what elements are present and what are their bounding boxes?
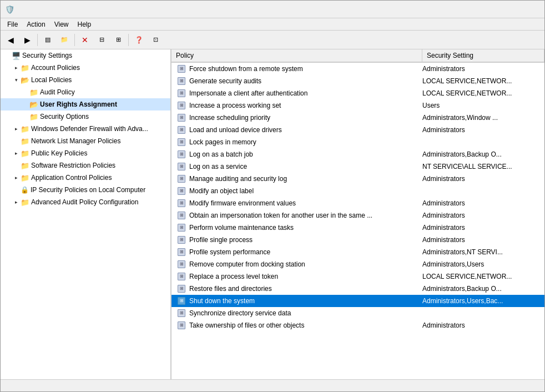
policy-name: Synchronize directory service data xyxy=(189,309,422,317)
tree-toggle-ip-security xyxy=(12,185,21,194)
tree-toggle-local-policies[interactable]: ▾ xyxy=(12,76,21,84)
tree-item-advanced-audit[interactable]: ▸📁Advanced Audit Policy Configuration xyxy=(1,196,170,208)
policy-name: Manage auditing and security log xyxy=(189,175,422,183)
tree-icon-user-rights: 📂 xyxy=(29,100,38,109)
minimize-button[interactable] xyxy=(461,1,487,18)
policy-name: Modify an object label xyxy=(189,187,422,195)
list-row[interactable]: ⊞Take ownership of files or other object… xyxy=(171,319,544,331)
menu-action[interactable]: Action xyxy=(22,19,49,29)
setting-column-header[interactable]: Security Setting xyxy=(422,49,544,62)
list-row[interactable]: ⊞Log on as a batch jobAdministrators,Bac… xyxy=(171,148,544,160)
properties-button[interactable]: ⊟ xyxy=(94,33,109,47)
tree-toggle-advanced-audit[interactable]: ▸ xyxy=(12,198,21,207)
policy-icon: ⊞ xyxy=(176,199,187,208)
policy-icon-img: ⊞ xyxy=(178,212,185,219)
tree-item-windows-firewall[interactable]: ▸📁Windows Defender Firewall with Adva... xyxy=(1,123,170,135)
delete-button[interactable]: ✕ xyxy=(77,33,93,47)
tree-icon-public-key: 📁 xyxy=(21,149,29,158)
security-setting: Administrators,NT SERVI... xyxy=(422,248,544,256)
policy-icon: ⊞ xyxy=(176,162,187,171)
policy-icon-img: ⊞ xyxy=(178,77,185,85)
tree-item-security-options[interactable]: 📁Security Options xyxy=(1,110,170,123)
menu-view[interactable]: View xyxy=(50,19,73,29)
tree-label-user-rights: User Rights Assignment xyxy=(40,100,117,108)
refresh-button[interactable]: ⊞ xyxy=(110,33,126,47)
list-row[interactable]: ⊞Restore files and directoriesAdministra… xyxy=(171,283,544,295)
tree-item-audit-policy[interactable]: 📁Audit Policy xyxy=(1,86,170,98)
forward-button[interactable]: ▶ xyxy=(19,33,35,47)
policy-icon-img: ⊞ xyxy=(178,114,185,122)
policy-icon: ⊞ xyxy=(176,309,187,318)
tree-label-software-restriction: Software Restriction Policies xyxy=(31,162,115,169)
toolbar-separator-2 xyxy=(74,34,75,46)
help-button[interactable]: ❓ xyxy=(131,33,147,47)
tree-item-ip-security[interactable]: 🔒IP Security Policies on Local Computer xyxy=(1,184,170,196)
tree-icon-security-options: 📁 xyxy=(29,113,38,121)
tree-toggle-windows-firewall[interactable]: ▸ xyxy=(12,124,21,133)
list-row[interactable]: ⊞Impersonate a client after authenticati… xyxy=(171,87,544,99)
tree-item-local-policies[interactable]: ▾📂Local Policies xyxy=(1,74,170,86)
policy-icon: ⊞ xyxy=(176,296,187,305)
list-row[interactable]: ⊞Manage auditing and security logAdminis… xyxy=(171,173,544,185)
list-row[interactable]: ⊞Remove computer from docking stationAdm… xyxy=(171,258,544,270)
tree-item-software-restriction[interactable]: 📁Software Restriction Policies xyxy=(1,159,170,172)
list-row[interactable]: ⊞Shut down the systemAdministrators,User… xyxy=(171,295,544,307)
policy-name: Lock pages in memory xyxy=(189,138,422,146)
security-setting: Administrators xyxy=(422,65,544,73)
list-row[interactable]: ⊞Modify firmware environment valuesAdmin… xyxy=(171,197,544,209)
list-row[interactable]: ⊞Load and unload device driversAdministr… xyxy=(171,124,544,136)
tree-item-security-settings[interactable]: 🖥️Security Settings xyxy=(1,49,170,62)
tree-label-windows-firewall: Windows Defender Firewall with Adva... xyxy=(31,125,148,133)
menu-help[interactable]: Help xyxy=(73,19,96,29)
list-row[interactable]: ⊞Modify an object label xyxy=(171,185,544,197)
policy-icon-img: ⊞ xyxy=(178,199,185,207)
security-setting: Administrators xyxy=(422,236,544,244)
tree-label-applocker: Application Control Policies xyxy=(31,174,112,182)
list-row[interactable]: ⊞Obtain an impersonation token for anoth… xyxy=(171,209,544,222)
list-row[interactable]: ⊞Synchronize directory service data xyxy=(171,307,544,319)
policy-icon: ⊞ xyxy=(176,150,187,159)
list-row[interactable]: ⊞Increase scheduling priorityAdministrat… xyxy=(171,112,544,124)
list-row[interactable]: ⊞Perform volume maintenance tasksAdminis… xyxy=(171,222,544,234)
tree-toggle-public-key[interactable]: ▸ xyxy=(12,149,21,158)
policy-name: Force shutdown from a remote system xyxy=(189,65,422,73)
security-setting: Administrators xyxy=(422,224,544,232)
tree-item-applocker[interactable]: ▸📁Application Control Policies xyxy=(1,172,170,184)
tree-icon-windows-firewall: 📁 xyxy=(21,125,29,133)
back-button[interactable]: ◀ xyxy=(3,33,18,47)
menu-file[interactable]: File xyxy=(3,19,22,29)
security-setting: Administrators,Window ... xyxy=(422,114,544,122)
left-panel: 🖥️Security Settings▸📁Account Policies▾📂L… xyxy=(1,49,171,379)
list-row[interactable]: ⊞Replace a process level tokenLOCAL SERV… xyxy=(171,270,544,283)
tree-toggle-account-policies[interactable]: ▸ xyxy=(12,63,21,72)
maximize-button[interactable] xyxy=(488,1,513,18)
list-row[interactable]: ⊞Log on as a serviceNT SERVICE\ALL SERVI… xyxy=(171,160,544,173)
tree-item-user-rights[interactable]: 📂User Rights Assignment xyxy=(1,98,170,110)
policy-icon: ⊞ xyxy=(176,235,187,244)
title-bar: 🛡️ xyxy=(1,1,544,18)
menu-bar: File Action View Help xyxy=(1,18,544,31)
up-folder[interactable]: 📁 xyxy=(57,33,72,47)
security-setting: Administrators,Backup O... xyxy=(422,285,544,293)
policy-column-header[interactable]: Policy xyxy=(171,49,422,62)
policy-icon: ⊞ xyxy=(176,89,187,98)
list-row[interactable]: ⊞Increase a process working setUsers xyxy=(171,99,544,112)
tree-view[interactable]: 🖥️Security Settings▸📁Account Policies▾📂L… xyxy=(1,49,170,379)
security-setting: Administrators xyxy=(422,212,544,219)
list-row[interactable]: ⊞Profile single processAdministrators xyxy=(171,234,544,246)
tree-item-public-key[interactable]: ▸📁Public Key Policies xyxy=(1,147,170,159)
list-body[interactable]: ⊞Force shutdown from a remote systemAdmi… xyxy=(171,63,544,379)
tree-item-account-policies[interactable]: ▸📁Account Policies xyxy=(1,62,170,74)
list-row[interactable]: ⊞Profile system performanceAdministrator… xyxy=(171,246,544,258)
policy-icon-img: ⊞ xyxy=(178,273,185,280)
list-row[interactable]: ⊞Generate security auditsLOCAL SERVICE,N… xyxy=(171,75,544,87)
tree-icon-advanced-audit: 📁 xyxy=(21,198,29,207)
security-setting: Administrators xyxy=(422,175,544,183)
tree-toggle-applocker[interactable]: ▸ xyxy=(12,173,21,182)
list-row[interactable]: ⊞Lock pages in memory xyxy=(171,136,544,148)
export-button[interactable]: ⊡ xyxy=(148,33,163,47)
list-row[interactable]: ⊞Force shutdown from a remote systemAdmi… xyxy=(171,63,544,75)
show-hide-console[interactable]: ▤ xyxy=(40,33,55,47)
close-button[interactable] xyxy=(514,1,540,18)
tree-item-network-list[interactable]: 📁Network List Manager Policies xyxy=(1,135,170,147)
